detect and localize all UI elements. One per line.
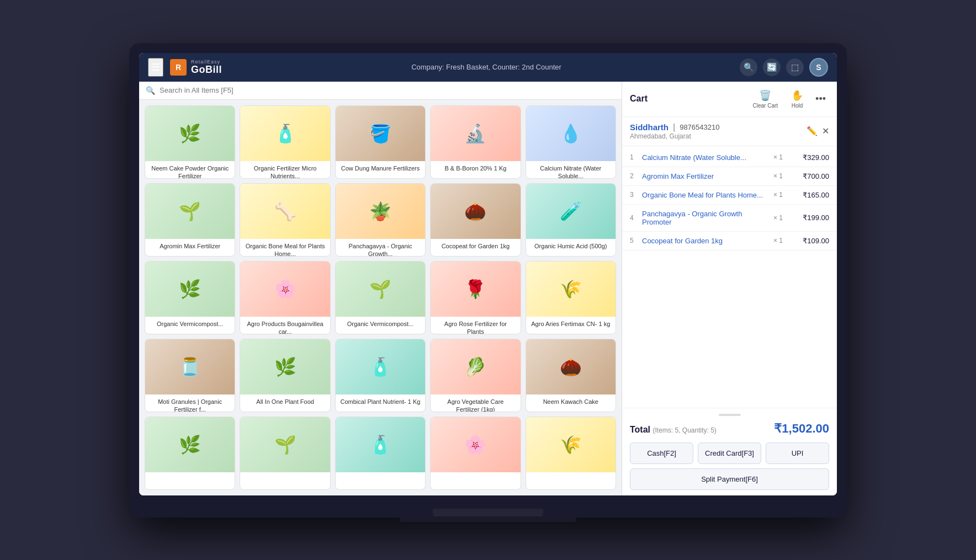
product-card[interactable]: 🌱 bbox=[240, 417, 330, 490]
product-card[interactable]: 🧴 Combical Plant Nutrient- 1 Kg bbox=[335, 339, 426, 412]
cart-item: 1 Calcium Nitrate (Water Soluble... × 1 … bbox=[622, 148, 837, 167]
product-card[interactable]: 🧪 Organic Humic Acid (500g) bbox=[526, 183, 616, 257]
product-card[interactable]: 🫙 Moti Granules | Organic Fertilizer f..… bbox=[145, 339, 235, 412]
customer-address: Ahmedabad, Gujarat bbox=[630, 132, 719, 140]
product-name: Panchagavya - Organic Growth... bbox=[336, 239, 425, 257]
product-card[interactable]: 🥬 Agro Vegetable Care Fertilizer (1kg) bbox=[430, 339, 521, 412]
product-card[interactable]: 🌿 All In One Plant Food bbox=[240, 339, 330, 412]
cart-item-number: 2 bbox=[630, 172, 638, 180]
cart-item-qty: × 1 bbox=[773, 153, 783, 161]
product-card[interactable]: 🌰 Cocopeat for Garden 1kg bbox=[430, 183, 521, 257]
product-name: Agro Rose Fertilizer for Plants bbox=[431, 317, 520, 334]
product-image: 🌿 bbox=[145, 417, 235, 472]
logo-icon: R bbox=[170, 59, 187, 76]
cart-item-price: ₹109.00 bbox=[791, 237, 829, 245]
product-name bbox=[336, 472, 425, 490]
clear-cart-button[interactable]: 🗑️ Clear Cart bbox=[749, 87, 783, 111]
cart-item: 5 Cocopeat for Garden 1kg × 1 ₹109.00 bbox=[622, 232, 837, 250]
product-card[interactable]: 🌱 Organic Vermicompost... bbox=[335, 261, 426, 334]
fullscreen-button[interactable]: ⬚ bbox=[786, 58, 804, 76]
total-divider bbox=[719, 414, 741, 416]
pay-upi-button[interactable]: UPI bbox=[766, 442, 829, 464]
product-card[interactable]: 🌰 Neem Kawach Cake bbox=[526, 339, 616, 412]
product-image: 🥬 bbox=[431, 339, 520, 394]
logo-text: RetailEasy GoBill bbox=[191, 60, 222, 74]
product-name: Moti Granules | Organic Fertilizer f... bbox=[145, 394, 235, 412]
logo-area: R RetailEasy GoBill bbox=[170, 59, 222, 76]
clear-cart-icon: 🗑️ bbox=[759, 89, 771, 102]
product-image: 🌰 bbox=[431, 184, 520, 239]
product-name: Agro Products Bougainvillea car... bbox=[240, 317, 330, 334]
product-image: 🌸 bbox=[240, 262, 330, 317]
product-card[interactable]: 🧴 bbox=[335, 417, 426, 490]
more-options-button[interactable]: ••• bbox=[812, 91, 829, 107]
product-name: Organic Humic Acid (500g) bbox=[526, 239, 616, 257]
hamburger-button[interactable]: ☰ bbox=[148, 58, 163, 77]
product-name: Organic Bone Meal for Plants Home... bbox=[240, 239, 330, 257]
product-card[interactable]: 🪣 Cow Dung Manure Fertilizers bbox=[335, 105, 426, 179]
close-customer-button[interactable]: ✕ bbox=[822, 126, 829, 136]
product-card[interactable]: 🧴 Organic Fertilizer Micro Nutrients... bbox=[240, 105, 330, 179]
product-card[interactable]: 🌸 Agro Products Bougainvillea car... bbox=[240, 261, 330, 334]
product-card[interactable]: 💧 Calcium Nitrate (Water Soluble... bbox=[526, 105, 616, 179]
cart-item: 3 Organic Bone Meal for Plants Home... ×… bbox=[622, 186, 837, 205]
hold-label: Hold bbox=[792, 103, 803, 109]
product-card[interactable]: 🌿 bbox=[145, 417, 235, 490]
search-topnav-button[interactable]: 🔍 bbox=[740, 58, 757, 76]
refresh-button[interactable]: 🔄 bbox=[763, 58, 781, 76]
product-name: Organic Vermicompost... bbox=[336, 317, 425, 334]
cart-item-number: 1 bbox=[630, 153, 638, 161]
hold-button[interactable]: ✋ Hold bbox=[787, 87, 808, 111]
edit-customer-button[interactable]: ✏️ bbox=[807, 126, 818, 136]
pay-cash-button[interactable]: Cash[F2] bbox=[630, 442, 693, 464]
total-amount: ₹1,502.00 bbox=[774, 422, 829, 436]
cart-item-name[interactable]: Calcium Nitrate (Water Soluble... bbox=[642, 153, 766, 162]
cart-item-qty: × 1 bbox=[773, 214, 783, 222]
product-image: 🧪 bbox=[526, 184, 616, 239]
product-card[interactable]: 🌿 Organic Vermicompost... bbox=[145, 261, 235, 334]
split-payment-button[interactable]: Split Payment[F6] bbox=[630, 468, 829, 490]
product-card[interactable]: 🌾 Agro Aries Fertimax CN- 1 kg bbox=[526, 261, 616, 334]
main-content: 🔍 🌿 Neem Cake Powder Organic Fertilizer … bbox=[139, 82, 837, 495]
product-image: 🧴 bbox=[240, 106, 330, 161]
product-card[interactable]: 🪴 Panchagavya - Organic Growth... bbox=[335, 183, 426, 257]
product-image: 🌱 bbox=[145, 184, 235, 239]
cart-item-qty: × 1 bbox=[773, 172, 783, 180]
cart-item-price: ₹329.00 bbox=[791, 153, 829, 162]
customer-info: Siddharth | 9876543210 Ahmedabad, Gujara… bbox=[630, 122, 719, 140]
total-sub: (Items: 5, Quantity: 5) bbox=[653, 426, 716, 434]
product-image: 🌱 bbox=[336, 262, 425, 317]
product-name: Combical Plant Nutrient- 1 Kg bbox=[336, 394, 425, 412]
products-panel: 🔍 🌿 Neem Cake Powder Organic Fertilizer … bbox=[139, 82, 622, 495]
cart-item-number: 3 bbox=[630, 191, 638, 199]
cart-item-name[interactable]: Agromin Max Fertilizer bbox=[642, 172, 766, 180]
company-info: Company: Fresh Basket, Counter: 2nd Coun… bbox=[240, 63, 733, 71]
product-card[interactable]: 🌾 bbox=[526, 417, 616, 490]
cart-item-name[interactable]: Organic Bone Meal for Plants Home... bbox=[642, 191, 766, 199]
product-image: 🌸 bbox=[431, 417, 520, 472]
product-card[interactable]: 🦴 Organic Bone Meal for Plants Home... bbox=[240, 183, 330, 257]
total-row: Total (Items: 5, Quantity: 5) ₹1,502.00 bbox=[630, 422, 829, 436]
product-card[interactable]: 🌿 Neem Cake Powder Organic Fertilizer bbox=[145, 105, 235, 179]
search-icon: 🔍 bbox=[146, 86, 155, 95]
product-card[interactable]: 🌱 Agromin Max Fertilizer bbox=[145, 183, 235, 257]
product-name: Agro Vegetable Care Fertilizer (1kg) bbox=[431, 394, 520, 412]
product-image: 🌰 bbox=[526, 339, 616, 394]
product-image: 💧 bbox=[526, 106, 616, 161]
product-card[interactable]: 🌹 Agro Rose Fertilizer for Plants bbox=[430, 261, 521, 334]
clear-cart-label: Clear Cart bbox=[753, 103, 778, 109]
pay-credit-button[interactable]: Credit Card[F3] bbox=[698, 442, 761, 464]
cart-item-name[interactable]: Cocopeat for Garden 1kg bbox=[642, 237, 766, 245]
product-image: 🌾 bbox=[526, 417, 616, 472]
product-card[interactable]: 🌸 bbox=[430, 417, 521, 490]
search-input[interactable] bbox=[160, 86, 615, 94]
product-name: Agromin Max Fertilizer bbox=[145, 239, 235, 257]
product-name bbox=[526, 472, 616, 490]
product-card[interactable]: 🔬 B & B-Boron 20% 1 Kg bbox=[430, 105, 521, 179]
product-image: 🪴 bbox=[336, 184, 425, 239]
customer-area: Siddharth | 9876543210 Ahmedabad, Gujara… bbox=[622, 117, 837, 146]
cart-item-name[interactable]: Panchagavya - Organic Growth Promoter bbox=[642, 210, 766, 226]
user-avatar[interactable]: S bbox=[809, 58, 828, 77]
product-name: Neem Cake Powder Organic Fertilizer bbox=[145, 161, 235, 179]
cart-items-list: 1 Calcium Nitrate (Water Soluble... × 1 … bbox=[622, 146, 837, 408]
